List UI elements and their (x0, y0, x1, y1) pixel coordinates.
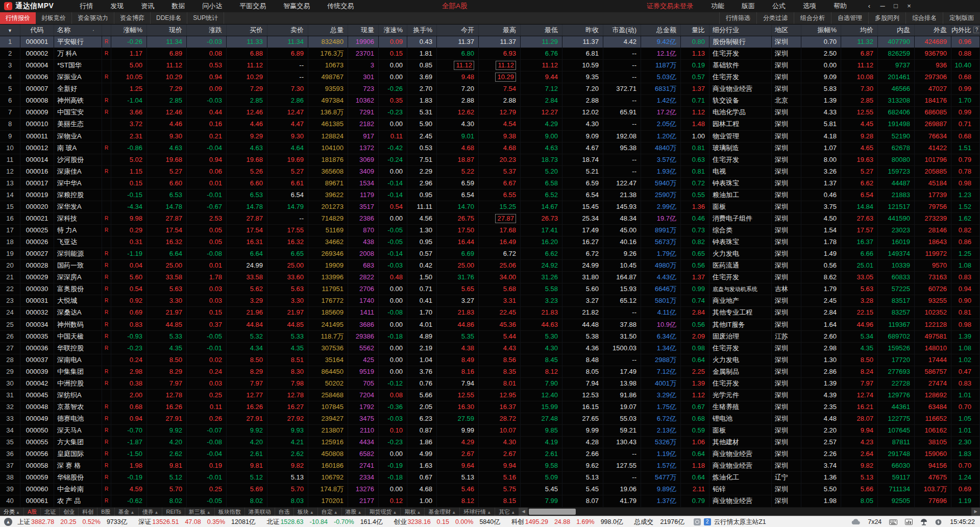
table-row[interactable]: 27000036华联控股R-0.234.35-0.014.344.3530753… (0, 343, 980, 354)
table-row[interactable]: 29000039中集集团R2.988.290.248.298.308644509… (0, 366, 980, 378)
market-tab-12[interactable]: 自选 (275, 508, 294, 516)
market-tab-8[interactable]: REITs (162, 508, 185, 516)
column-header-r-flag[interactable] (102, 25, 111, 36)
table-row[interactable]: 38000059华锦股份R-0.195.12-0.015.125.1310679… (0, 472, 980, 484)
table-row[interactable]: 28000037深南电A0.248.500.028.508.5135164425… (0, 354, 980, 366)
market-tab-11[interactable]: 港美联动 (245, 508, 275, 516)
column-header-cur-volume[interactable]: 现量 (348, 25, 379, 36)
table-row[interactable]: 8000010美丽生态3.724.460.164.464.47461385218… (0, 118, 980, 130)
table-row[interactable]: 11000014沙河股份5.0219.680.9419.6819.6918187… (0, 154, 980, 166)
system-menu-item-3[interactable]: 选项 (794, 0, 825, 12)
column-header-turnover[interactable]: 换手% (407, 25, 437, 36)
column-header-pe-ratio[interactable]: 市盈(动) (603, 25, 641, 36)
column-header-name[interactable]: 名称· (54, 25, 102, 36)
toolbar-tab-1[interactable]: 封板竞价 (36, 12, 72, 24)
market-tab-20[interactable]: 其它▲ (495, 508, 519, 516)
table-row[interactable]: 36000056皇庭国际R-1.502.62-0.042.612.6245080… (0, 448, 980, 460)
toolbar-tool-4[interactable]: 多股同列 (868, 12, 905, 24)
tabbar-scroll-right-icon[interactable]: ▶ (971, 508, 980, 516)
toolbar-tool-6[interactable]: 定制版面 (943, 12, 980, 24)
market-tab-15[interactable]: 港股▲ (342, 508, 366, 516)
system-menu-item-2[interactable]: 公式 (764, 0, 794, 12)
toolbar-tool-2[interactable]: 组合分析 (794, 12, 831, 24)
signal-icon[interactable] (694, 518, 701, 525)
market-tab-9[interactable]: 新三板▲ (185, 508, 215, 516)
column-header-change[interactable]: 涨跌 (187, 25, 227, 36)
market-tab-14[interactable]: 自定▲ (318, 508, 342, 516)
system-menu-item-1[interactable]: 版面 (733, 0, 764, 12)
menubar-item-6[interactable]: 智赢交易 (275, 0, 318, 12)
table-row[interactable]: 40000061农 产 品R-0.628.02-0.058.028.031702… (0, 495, 980, 507)
index-segment-4[interactable]: 科创1495.2924.881.69%998.0亿 (511, 518, 623, 526)
toolbar-tab-0[interactable]: 行情报价 (0, 12, 36, 24)
table-row[interactable]: 1000001平安银行R-0.2611.34-0.0311.3311.34832… (0, 36, 980, 48)
column-header-bid[interactable]: 买价 (227, 25, 267, 36)
market-tab-10[interactable]: 板块指数 (215, 508, 245, 516)
table-row[interactable]: 39000060中金岭南R4.595.700.255.695.70174.8万1… (0, 484, 980, 495)
table-row[interactable]: 19000027深圳能源R-1.196.64-0.086.646.6526934… (0, 248, 980, 260)
table-row[interactable]: 9000011深物业A2.319.300.219.299.30128824917… (0, 131, 980, 142)
close-icon[interactable]: × (902, 0, 916, 12)
tabbar-scrollbar[interactable] (528, 508, 971, 516)
column-header-high[interactable]: 最高 (479, 25, 521, 36)
index-segment-1[interactable]: 深证13526.5147.080.35%12081亿 (138, 518, 255, 526)
menubar-item-5[interactable]: 平面交易 (231, 0, 275, 12)
chart-icon[interactable] (905, 519, 913, 525)
market-tab-7[interactable]: 债券▲ (139, 508, 163, 516)
table-row[interactable]: 14000019深粮控股-0.156.53-0.016.536.54396221… (0, 189, 980, 201)
table-row[interactable]: 15000020深华发A-4.3414.78-0.6714.7814.79201… (0, 201, 980, 213)
table-row[interactable]: 24000032深桑达AR0.6921.970.1521.9621.971856… (0, 307, 980, 319)
table-row[interactable]: 2000002万 科AR1.176.890.086.886.89176.3万23… (0, 48, 980, 60)
message-badge[interactable]: 2 (704, 518, 711, 525)
toolbar-tab-4[interactable]: DDE排名 (151, 12, 187, 24)
market-tab-16[interactable]: 期货现货▲ (365, 508, 401, 516)
table-row[interactable]: 30000042中洲控股R0.387.970.037.977.985020270… (0, 378, 980, 390)
table-row[interactable]: 31000045深纺织A2.0012.780.2512.7712.7825846… (0, 390, 980, 401)
table-row[interactable]: 10000012南 玻AR-0.864.63-0.044.634.6410410… (0, 142, 980, 154)
column-header-vol-ratio[interactable]: 量比 (681, 25, 709, 36)
column-header-industry[interactable]: 细分行业 (709, 25, 772, 36)
menubar-item-0[interactable]: 行情 (71, 0, 102, 12)
table-row[interactable]: 17000025特 力AR0.2917.540.0517.5417.555116… (0, 225, 980, 236)
table-row[interactable]: 7000009中国宝安R3.6612.460.4412.4612.47136.8… (0, 107, 980, 118)
column-header-inner-outer-ratio[interactable]: 内外比? (951, 25, 980, 36)
table-row[interactable]: 5000007全新好1.257.290.097.297.3093593723-0… (0, 83, 980, 95)
toolbar-tab-2[interactable]: 资金驱动力 (72, 12, 114, 24)
server-name[interactable]: 云行情太原主站Z1 (714, 518, 766, 526)
column-header-code[interactable]: 代码 (20, 25, 54, 36)
column-header-amount[interactable]: 总金额 (641, 25, 681, 36)
market-tab-5[interactable]: B股 (97, 508, 114, 516)
column-header-region[interactable]: 地区 (772, 25, 801, 36)
menubar-item-7[interactable]: 传统交易 (318, 0, 362, 12)
column-header-low[interactable]: 最低 (521, 25, 562, 36)
column-header-avg-price[interactable]: 均价 (841, 25, 878, 36)
table-row[interactable]: 20000028国药一致R0.0425.000.0124.9925.001990… (0, 260, 980, 272)
table-row[interactable]: 22000030富奥股份R0.545.630.035.625.631179512… (0, 283, 980, 295)
menubar-item-2[interactable]: 资讯 (132, 0, 163, 12)
power-icon[interactable] (935, 519, 942, 525)
column-header-volume[interactable]: 总量 (308, 25, 348, 36)
login-status[interactable]: 证券交易未登录 (647, 2, 693, 11)
keyboard-icon[interactable] (889, 519, 897, 525)
toolbar-tab-3[interactable]: 资金博弈 (114, 12, 151, 24)
market-tab-6[interactable]: 基金▲ (115, 508, 139, 516)
table-row[interactable]: 6000008神州高铁R-1.042.85-0.032.852.86497384… (0, 95, 980, 107)
market-tab-0[interactable]: 分类▲ (0, 508, 24, 516)
collapse-chevron-icon[interactable]: ▲ (4, 518, 12, 526)
table-row[interactable]: 4000006深振业AR10.0510.290.9410.29--4987673… (0, 71, 980, 83)
market-tab-1[interactable]: A股 (24, 508, 41, 516)
table-row[interactable]: 34000050深天马AR-0.709.92-0.079.929.9321380… (0, 425, 980, 437)
toolbar-tool-5[interactable]: 综合排名 (905, 12, 943, 24)
column-header-open[interactable]: 今开 (437, 25, 479, 36)
toolbar-tool-1[interactable]: 分类过滤 (756, 12, 794, 24)
table-row[interactable]: 33000049德赛电池R0.9427.910.2627.9127.922394… (0, 413, 980, 425)
table-row[interactable]: 21000029深深房AR5.6033.581.7833.5833.601339… (0, 272, 980, 283)
market-tab-19[interactable]: 环球行情▲ (460, 508, 495, 516)
column-header-inner-vol[interactable]: 内盘 (878, 25, 915, 36)
column-header-prev-close[interactable]: 昨收 (562, 25, 603, 36)
market-tab-13[interactable]: 板块▲ (294, 508, 318, 516)
toolbar-tool-3[interactable]: 自选管理 (831, 12, 868, 24)
system-menu-item-4[interactable]: 帮助 (825, 0, 855, 12)
column-header-seq[interactable]: ▼ (0, 25, 20, 36)
table-row[interactable]: 23000031大悦城R0.923.300.033.293.3017677217… (0, 295, 980, 307)
